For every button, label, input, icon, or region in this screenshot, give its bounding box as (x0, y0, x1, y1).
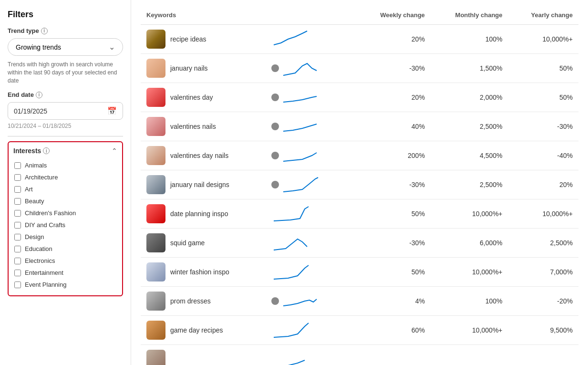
table-row: valentines day20%2,000%50% (141, 83, 578, 112)
interests-info-icon[interactable]: i (43, 147, 50, 154)
keyword-name[interactable]: prom dresses (170, 297, 211, 305)
table-row: date planning inspo50%10,000%+10,000%+ (141, 199, 578, 229)
weekly-change: 4% (356, 287, 431, 316)
keyword-name[interactable]: date planning inspo (170, 210, 228, 218)
table-row: january nail designs-30%2,500%20% (141, 170, 578, 199)
keyword-cell: date planning inspo (141, 199, 266, 229)
main-content: Keywords Weekly change Monthly change Ye… (131, 0, 588, 365)
interest-checkbox[interactable] (14, 282, 21, 288)
yearly-change: 10,000%+ (508, 199, 578, 229)
sparkline-cell (266, 258, 357, 287)
interest-checkbox[interactable] (14, 222, 21, 229)
interest-label: Beauty (25, 198, 44, 205)
yearly-change: 10,000%+ (508, 25, 578, 54)
sidebar: Filters Trend type i Growing trends ⌄ Tr… (0, 0, 131, 365)
table-row: prom dresses4%100%-20% (141, 287, 578, 316)
interests-section: Interests i ⌃ AnimalsArchitectureArtBeau… (8, 141, 123, 296)
keyword-name[interactable]: january nails (170, 64, 208, 72)
table-row: january nails-30%1,500%50% (141, 54, 578, 83)
weekly-change: 40% (356, 112, 431, 141)
col-chart (266, 8, 357, 25)
interest-item: Education (13, 243, 117, 255)
keyword-thumbnail (146, 117, 165, 136)
keyword-name[interactable]: game day recipes (170, 326, 223, 334)
interest-checkbox[interactable] (14, 162, 21, 169)
interest-item: Design (13, 231, 117, 243)
date-range-display: 10/21/2024 – 01/18/2025 (8, 123, 123, 129)
trend-type-info-icon[interactable]: i (41, 28, 48, 34)
keyword-thumbnail (146, 350, 165, 365)
sparkline-cell (266, 25, 357, 54)
monthly-change: 2,000% (431, 83, 508, 112)
interest-checkbox[interactable] (14, 270, 21, 276)
monthly-change: 4,500% (431, 141, 508, 170)
interest-label: DIY and Crafts (25, 221, 65, 229)
trend-type-dropdown[interactable]: Growing trends ⌄ (8, 38, 123, 56)
weekly-change: 20% (356, 25, 431, 54)
interest-label: Architecture (25, 174, 58, 181)
table-row: game day recipes60%10,000%+9,500% (141, 316, 578, 345)
keyword-name[interactable]: january nail designs (170, 181, 229, 188)
yearly-change: 20% (508, 170, 578, 199)
interest-checkbox[interactable] (14, 258, 21, 264)
interest-checkbox[interactable] (14, 174, 21, 181)
interest-checkbox[interactable] (14, 198, 21, 205)
interest-item: Architecture (13, 171, 117, 183)
keyword-cell: valentines day nails (141, 141, 266, 170)
keyword-name[interactable]: valentines nails (170, 123, 216, 130)
keyword-name[interactable]: recipe ideas (170, 35, 206, 43)
monthly-change: 1,500% (431, 54, 508, 83)
interest-checkbox[interactable] (14, 186, 21, 193)
date-input-container[interactable]: 01/19/2025 📅 (8, 102, 123, 120)
table-row: valentines nails40%2,500%-30% (141, 112, 578, 141)
interest-label: Event Planning (25, 281, 66, 288)
keyword-thumbnail (146, 88, 165, 107)
keyword-name[interactable]: valentines day nails (170, 152, 228, 159)
keyword-cell: game day recipes (141, 316, 266, 345)
interest-label: Electronics (25, 257, 55, 264)
table-row: winter fashion inspo50%10,000%+7,000% (141, 258, 578, 287)
monthly-change: 2,500% (431, 112, 508, 141)
trend-dot-icon (271, 123, 279, 130)
keyword-cell: prom dresses (141, 287, 266, 316)
date-value: 01/19/2025 (14, 107, 47, 115)
keyword-thumbnail (146, 233, 165, 252)
interest-checkbox[interactable] (14, 246, 21, 252)
sparkline-cell (266, 287, 357, 316)
calendar-icon: 📅 (107, 106, 117, 115)
col-monthly: Monthly change (431, 8, 508, 25)
weekly-change: 60% (356, 316, 431, 345)
interest-label: Animals (25, 162, 47, 169)
chevron-down-icon: ⌄ (109, 42, 115, 52)
interests-collapse-icon[interactable]: ⌃ (112, 147, 117, 155)
interest-item: Animals (13, 159, 117, 171)
yearly-change: 2,500% (508, 229, 578, 258)
divider (8, 136, 123, 136)
interests-header: Interests i ⌃ (13, 147, 117, 155)
end-date-info-icon[interactable]: i (36, 92, 42, 98)
sparkline-cell (266, 316, 357, 345)
keyword-name[interactable]: valentines day (170, 94, 213, 101)
keyword-thumbnail (146, 321, 165, 340)
interest-item: Children's Fashion (13, 207, 117, 219)
interest-label: Children's Fashion (25, 209, 76, 217)
interest-checkbox[interactable] (14, 234, 21, 240)
col-yearly: Yearly change (508, 8, 578, 25)
interest-label: Design (25, 233, 44, 240)
monthly-change: 100% (431, 25, 508, 54)
interest-checkbox[interactable] (14, 210, 21, 217)
keyword-thumbnail (146, 30, 165, 49)
monthly-change: 6,000% (431, 229, 508, 258)
yearly-change: 50% (508, 54, 578, 83)
trend-dot-icon (271, 64, 279, 72)
keyword-name[interactable]: winter fashion inspo (170, 268, 229, 276)
table-row: recipe ideas20%100%10,000%+ (141, 25, 578, 54)
filters-title: Filters (8, 10, 123, 20)
monthly-change: 2,500% (431, 170, 508, 199)
keyword-name[interactable]: squid game (170, 239, 205, 247)
keyword-thumbnail (146, 262, 165, 282)
sparkline-cell (266, 141, 357, 170)
sparkline-cell (266, 112, 357, 141)
interest-item: Event Planning (13, 279, 117, 291)
interest-item: Art (13, 183, 117, 195)
